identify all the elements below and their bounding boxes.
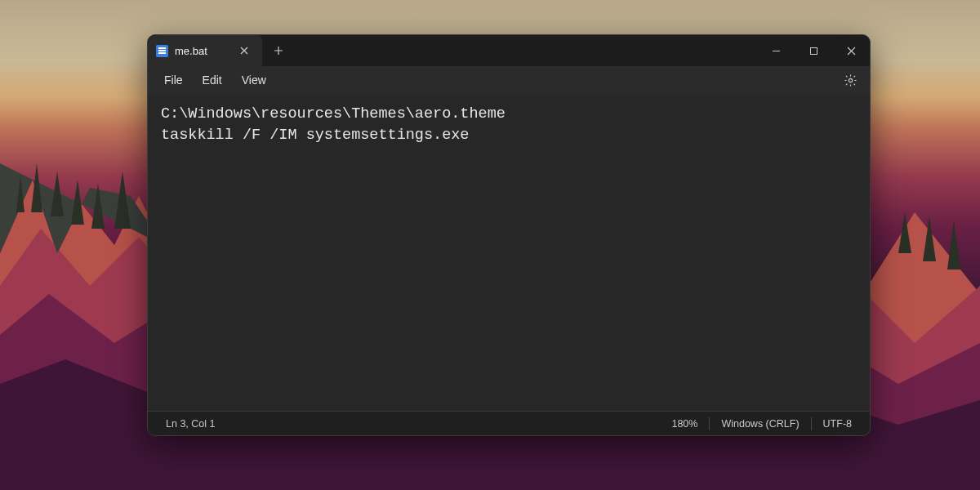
maximize-button[interactable] <box>795 35 832 66</box>
menu-file[interactable]: File <box>154 70 193 90</box>
line-ending[interactable]: Windows (CRLF) <box>710 412 810 435</box>
close-tab-button[interactable] <box>234 41 254 60</box>
settings-button[interactable] <box>837 67 863 93</box>
zoom-level[interactable]: 180% <box>660 412 709 435</box>
menubar: File Edit View <box>148 66 870 94</box>
minimize-button[interactable] <box>757 35 795 66</box>
cursor-position[interactable]: Ln 3, Col 1 <box>154 412 226 435</box>
encoding[interactable]: UTF-8 <box>812 412 863 435</box>
tab-title: me.bat <box>175 45 228 57</box>
document-icon <box>156 45 168 57</box>
statusbar: Ln 3, Col 1 180% Windows (CRLF) UTF-8 <box>148 411 870 435</box>
new-tab-button[interactable] <box>265 38 292 64</box>
titlebar[interactable]: me.bat <box>148 35 870 66</box>
close-window-button[interactable] <box>832 35 870 66</box>
notepad-window: me.bat File Edit View <box>147 34 871 436</box>
menu-edit[interactable]: Edit <box>193 70 232 90</box>
window-controls <box>757 35 870 66</box>
svg-point-1 <box>849 78 852 82</box>
text-editor[interactable]: C:\Windows\resources\Themes\aero.theme t… <box>148 94 870 411</box>
document-tab[interactable]: me.bat <box>148 35 262 66</box>
menu-view[interactable]: View <box>232 70 276 90</box>
svg-rect-0 <box>810 47 817 54</box>
